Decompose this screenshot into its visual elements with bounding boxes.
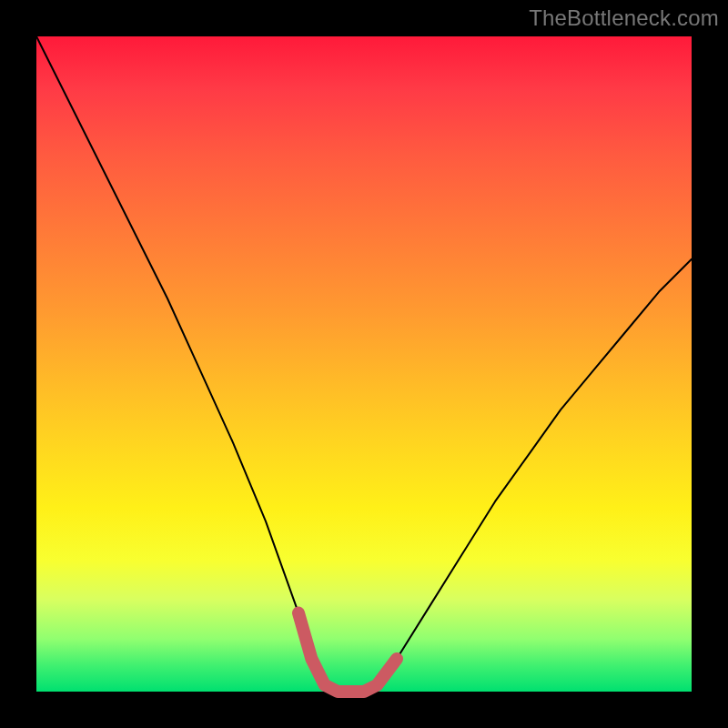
chart-frame: TheBottleneck.com	[0, 0, 728, 728]
watermark-text: TheBottleneck.com	[529, 5, 719, 31]
curve-layer	[36, 36, 692, 692]
valley-highlight-path	[298, 613, 397, 692]
bottleneck-curve-path	[36, 36, 692, 692]
plot-area	[36, 36, 692, 692]
